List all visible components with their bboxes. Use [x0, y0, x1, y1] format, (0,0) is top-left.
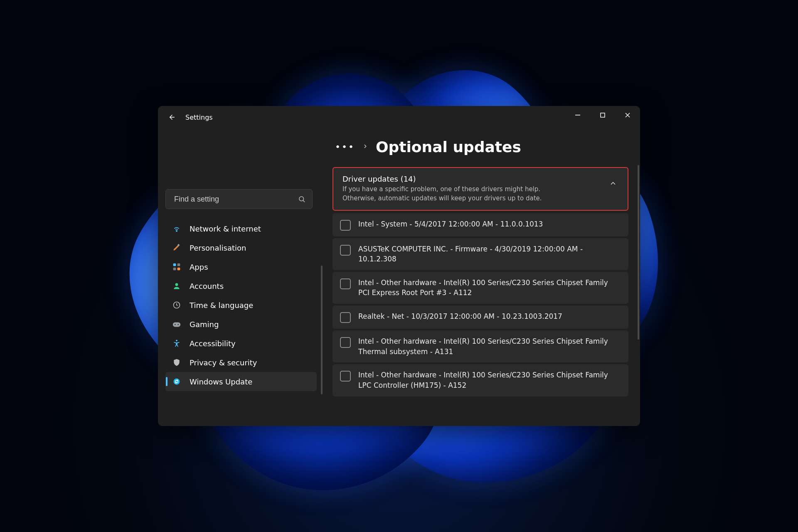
- svg-rect-2: [601, 113, 605, 117]
- apps-icon: [172, 262, 181, 271]
- update-checkbox[interactable]: [340, 337, 351, 348]
- update-item[interactable]: Intel - System - 5/4/2017 12:00:00 AM - …: [332, 213, 628, 236]
- svg-point-5: [299, 197, 304, 201]
- paintbrush-icon: [172, 243, 181, 252]
- svg-point-7: [176, 231, 177, 232]
- sidebar-item-gaming[interactable]: Gaming: [165, 315, 317, 334]
- gamepad-icon: [172, 320, 181, 329]
- minimize-icon: [575, 113, 580, 118]
- update-item[interactable]: Intel - Other hardware - Intel(R) 100 Se…: [332, 364, 628, 396]
- svg-rect-1: [575, 115, 580, 116]
- back-arrow-icon: [168, 113, 176, 121]
- update-icon: [172, 377, 181, 386]
- sidebar-item-label: Time & language: [190, 301, 253, 310]
- svg-point-17: [177, 324, 179, 325]
- update-checkbox[interactable]: [340, 245, 351, 256]
- svg-point-19: [174, 379, 180, 385]
- sidebar-item-privacy[interactable]: Privacy & security: [165, 353, 317, 372]
- breadcrumb: ••• Optional updates: [332, 138, 628, 155]
- update-label: Intel - System - 5/4/2017 12:00:00 AM - …: [358, 219, 543, 229]
- svg-rect-15: [173, 322, 180, 327]
- svg-point-13: [175, 283, 178, 286]
- update-checkbox[interactable]: [340, 278, 351, 289]
- close-icon: [625, 113, 630, 118]
- accessibility-icon: [172, 339, 181, 348]
- window-body: Network & internet Personalisation Apps: [158, 128, 640, 426]
- sidebar-item-personalisation[interactable]: Personalisation: [165, 238, 317, 257]
- sidebar-item-label: Personalisation: [190, 244, 246, 252]
- update-label: ASUSTeK COMPUTER INC. - Firmware - 4/30/…: [358, 244, 621, 264]
- sidebar-item-network[interactable]: Network & internet: [165, 219, 317, 238]
- svg-rect-11: [173, 268, 176, 271]
- update-checkbox[interactable]: [340, 371, 351, 382]
- window-controls: [565, 106, 640, 124]
- sidebar-item-label: Windows Update: [190, 377, 252, 386]
- sidebar-item-label: Apps: [190, 263, 208, 271]
- driver-updates-header[interactable]: Driver updates (14) If you have a specif…: [332, 167, 628, 211]
- back-button[interactable]: [165, 111, 179, 124]
- update-list: Intel - System - 5/4/2017 12:00:00 AM - …: [332, 213, 628, 397]
- sidebar-item-time-language[interactable]: Time & language: [165, 296, 317, 315]
- svg-rect-9: [173, 264, 176, 266]
- minimize-button[interactable]: [565, 106, 590, 124]
- update-item[interactable]: Realtek - Net - 10/3/2017 12:00:00 AM - …: [332, 305, 628, 329]
- svg-point-16: [175, 324, 176, 325]
- sidebar-scrollbar[interactable]: [321, 266, 323, 394]
- window-title: Settings: [185, 113, 213, 121]
- person-icon: [172, 281, 181, 291]
- search-icon: [298, 195, 305, 203]
- search-box[interactable]: [165, 189, 313, 209]
- globe-clock-icon: [172, 300, 181, 310]
- sidebar: Network & internet Personalisation Apps: [158, 128, 324, 426]
- update-label: Intel - Other hardware - Intel(R) 100 Se…: [358, 278, 621, 298]
- update-item[interactable]: Intel - Other hardware - Intel(R) 100 Se…: [332, 272, 628, 304]
- svg-point-18: [176, 340, 177, 341]
- update-item[interactable]: ASUSTeK COMPUTER INC. - Firmware - 4/30/…: [332, 238, 628, 270]
- page-title: Optional updates: [376, 138, 521, 155]
- update-label: Realtek - Net - 10/3/2017 12:00:00 AM - …: [358, 311, 562, 322]
- sidebar-item-label: Accessibility: [190, 339, 236, 348]
- sidebar-item-accounts[interactable]: Accounts: [165, 276, 317, 296]
- sidebar-item-label: Gaming: [190, 320, 219, 329]
- breadcrumb-ellipsis[interactable]: •••: [335, 142, 355, 152]
- close-button[interactable]: [615, 106, 640, 124]
- sidebar-item-accessibility[interactable]: Accessibility: [165, 334, 317, 353]
- maximize-button[interactable]: [590, 106, 615, 124]
- update-checkbox[interactable]: [340, 220, 351, 231]
- update-item[interactable]: Intel - Other hardware - Intel(R) 100 Se…: [332, 330, 628, 362]
- settings-window: Settings: [158, 106, 640, 426]
- chevron-up-icon: [609, 175, 618, 189]
- wifi-icon: [172, 224, 181, 233]
- desktop: Settings: [0, 0, 798, 532]
- chevron-right-icon: [362, 143, 368, 151]
- update-checkbox[interactable]: [340, 312, 351, 323]
- content-scrollbar[interactable]: [638, 165, 639, 340]
- sidebar-nav: Network & internet Personalisation Apps: [165, 219, 317, 391]
- svg-line-6: [303, 200, 304, 202]
- maximize-icon: [600, 113, 605, 118]
- sidebar-item-label: Accounts: [190, 282, 224, 291]
- titlebar: Settings: [158, 106, 640, 128]
- driver-updates-title: Driver updates (14): [342, 175, 602, 183]
- sidebar-item-apps[interactable]: Apps: [165, 257, 317, 276]
- search-input[interactable]: [173, 195, 298, 204]
- sidebar-item-windows-update[interactable]: Windows Update: [165, 372, 317, 391]
- shield-icon: [172, 358, 181, 367]
- sidebar-item-label: Privacy & security: [190, 358, 257, 367]
- driver-updates-subtitle: If you have a specific problem, one of t…: [342, 185, 575, 203]
- update-label: Intel - Other hardware - Intel(R) 100 Se…: [358, 370, 621, 390]
- update-label: Intel - Other hardware - Intel(R) 100 Se…: [358, 336, 621, 357]
- content: ••• Optional updates Driver updates (14)…: [324, 128, 640, 426]
- svg-rect-12: [177, 268, 180, 271]
- svg-rect-10: [177, 264, 180, 266]
- sidebar-item-label: Network & internet: [190, 224, 261, 233]
